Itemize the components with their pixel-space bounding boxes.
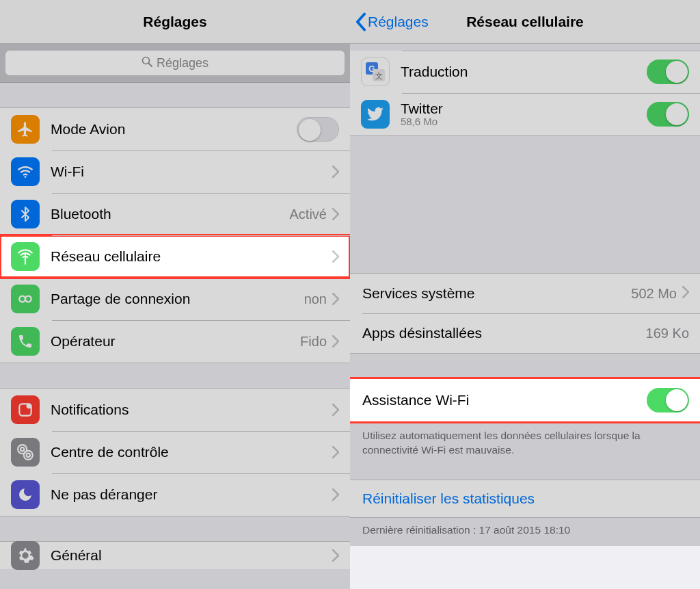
app-name: Traduction — [401, 64, 647, 79]
system-data-group: Services système 502 Mo Apps désinstallé… — [350, 273, 700, 354]
hotspot-value: non — [304, 291, 327, 307]
chevron-icon — [332, 446, 339, 458]
twitter-toggle[interactable] — [647, 102, 689, 127]
row-cellular[interactable]: Réseau cellulaire — [0, 235, 350, 278]
gear-icon — [11, 541, 40, 570]
svg-point-9 — [27, 454, 30, 457]
row-reset-stats[interactable]: Réinitialiser les statistiques — [350, 480, 700, 518]
wifi-assist-group: Assistance Wi-Fi — [350, 378, 700, 422]
svg-point-2 — [25, 176, 27, 178]
row-control-center[interactable]: Centre de contrôle — [0, 431, 350, 473]
notifications-label: Notifications — [51, 402, 332, 418]
settings-group-alerts: Notifications Centre de contrôle Ne pas … — [0, 388, 350, 516]
svg-point-7 — [27, 404, 32, 409]
svg-line-1 — [148, 63, 152, 66]
chevron-icon — [332, 293, 339, 305]
row-hotspot[interactable]: Partage de connexion non — [0, 278, 350, 320]
wifi-icon — [11, 157, 40, 186]
app-data-size: 58,6 Mo — [401, 116, 647, 128]
wifi-assist-description: Utilisez automatiquement les données cel… — [350, 422, 700, 460]
svg-text:文: 文 — [375, 72, 383, 80]
apps-data-group: G文 Traduction Twitter 58,6 Mo — [350, 51, 700, 136]
search-icon — [142, 56, 157, 70]
row-dnd[interactable]: Ne pas déranger — [0, 473, 350, 516]
row-uninstalled-apps: Apps désinstallées 169 Ko — [350, 313, 700, 353]
chevron-icon — [332, 549, 339, 562]
moon-icon — [11, 480, 40, 509]
wifi-assist-toggle[interactable] — [647, 388, 689, 413]
bluetooth-value: Activé — [290, 207, 327, 222]
traduction-toggle[interactable] — [647, 60, 689, 84]
right-header: Réglages Réseau cellulaire — [350, 0, 700, 44]
uninstalled-value: 169 Ko — [646, 326, 689, 341]
cellular-label: Réseau cellulaire — [51, 248, 332, 265]
bluetooth-icon — [11, 200, 40, 228]
chevron-icon — [682, 286, 689, 301]
row-bluetooth[interactable]: Bluetooth Activé — [0, 193, 350, 235]
settings-group-connectivity: Mode Avion Wi-Fi Bluetooth Activé Réseau… — [0, 107, 350, 363]
wifi-assist-label: Assistance Wi-Fi — [362, 392, 647, 408]
airplane-icon — [11, 115, 40, 144]
translate-app-icon: G文 — [361, 57, 390, 86]
chevron-icon — [332, 335, 339, 348]
chevron-icon — [332, 208, 339, 220]
airplane-label: Mode Avion — [51, 121, 297, 138]
wifi-label: Wi-Fi — [51, 163, 332, 180]
bluetooth-label: Bluetooth — [51, 206, 290, 222]
hotspot-icon — [11, 285, 40, 313]
hotspot-label: Partage de connexion — [51, 291, 304, 307]
row-general[interactable]: Général — [0, 542, 350, 569]
carrier-value: Fido — [300, 334, 327, 350]
airplane-toggle[interactable] — [297, 117, 339, 142]
back-label: Réglages — [368, 14, 429, 30]
reset-stats-label: Réinitialiser les statistiques — [362, 490, 535, 507]
svg-point-5 — [25, 296, 31, 302]
dnd-label: Ne pas déranger — [51, 486, 332, 503]
last-reset-text: Dernière réinitialisation : 17 août 2015… — [350, 518, 700, 546]
search-input[interactable]: Réglages — [5, 51, 345, 75]
app-row-traduction[interactable]: G文 Traduction — [350, 51, 700, 93]
row-carrier[interactable]: Opérateur Fido — [0, 320, 350, 363]
settings-group-general: Général — [0, 541, 350, 569]
svg-point-4 — [19, 296, 25, 302]
page-title: Réglages — [143, 14, 206, 30]
search-container: Réglages — [0, 44, 350, 83]
row-system-services[interactable]: Services système 502 Mo — [350, 274, 700, 313]
chevron-left-icon — [355, 12, 366, 31]
app-name: Twitter — [401, 101, 647, 116]
svg-point-11 — [24, 451, 33, 460]
uninstalled-label: Apps désinstallées — [362, 325, 646, 341]
twitter-app-icon — [361, 100, 390, 129]
settings-root-pane: Réglages Réglages Mode Avion Wi-Fi — [0, 0, 350, 589]
general-label: Général — [51, 547, 332, 564]
phone-icon — [11, 327, 40, 356]
app-row-twitter[interactable]: Twitter 58,6 Mo — [350, 93, 700, 135]
svg-point-8 — [21, 447, 24, 451]
system-services-value: 502 Mo — [631, 286, 677, 302]
chevron-icon — [332, 166, 339, 178]
row-notifications[interactable]: Notifications — [0, 389, 350, 431]
left-header: Réglages — [0, 0, 350, 44]
chevron-icon — [332, 404, 339, 416]
chevron-icon — [332, 488, 339, 501]
row-airplane-mode[interactable]: Mode Avion — [0, 108, 350, 150]
cellular-icon — [11, 242, 40, 271]
cellular-settings-pane: Réglages Réseau cellulaire G文 Traduction — [350, 0, 700, 589]
chevron-icon — [332, 250, 339, 263]
control-center-icon — [11, 438, 40, 467]
carrier-label: Opérateur — [51, 333, 300, 350]
row-wifi-assist[interactable]: Assistance Wi-Fi — [350, 379, 700, 421]
row-wifi[interactable]: Wi-Fi — [0, 150, 350, 193]
back-button[interactable]: Réglages — [355, 0, 429, 43]
system-services-label: Services système — [362, 285, 631, 302]
search-placeholder: Réglages — [157, 56, 208, 70]
control-center-label: Centre de contrôle — [51, 444, 332, 460]
page-title: Réseau cellulaire — [466, 14, 584, 30]
notifications-icon — [11, 395, 40, 424]
